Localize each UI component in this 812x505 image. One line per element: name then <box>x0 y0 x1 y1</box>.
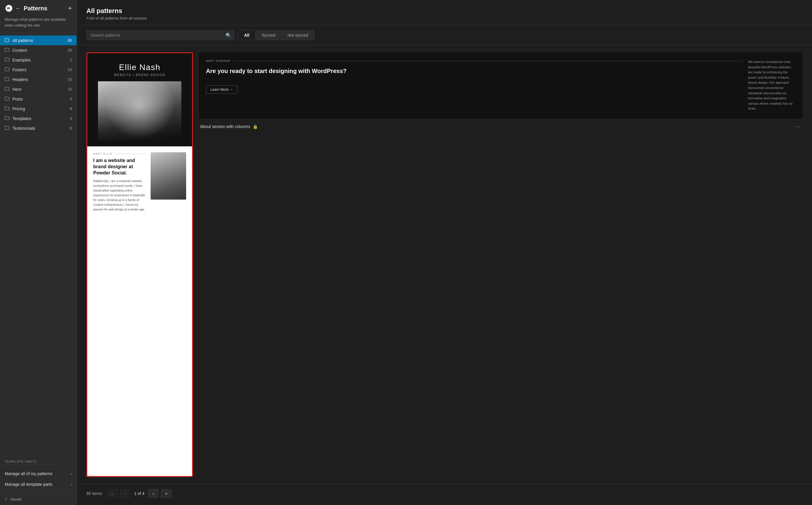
sidebar-item-content[interactable]: Content 20 <box>0 45 77 55</box>
sidebar-link-manage-all-template-parts[interactable]: Manage all template parts › <box>0 479 77 490</box>
pattern-preview-top: Ellie Nash WEBSITE • BRAND DESIGN <box>87 53 192 146</box>
sidebar-description: Manage what patterns are available when … <box>0 14 77 33</box>
card-preview[interactable]: MEET POWDER Are you ready to start desig… <box>199 52 803 119</box>
page-title: All patterns <box>86 7 803 15</box>
sidebar-item-testimonials[interactable]: Testimonials 6 <box>0 123 77 133</box>
search-icon-button[interactable]: 🔍 <box>226 32 231 38</box>
sidebar-item-posts[interactable]: Posts 3 <box>0 94 77 104</box>
prev-page-button[interactable]: ‹ <box>120 489 130 498</box>
folder-icon <box>5 67 9 72</box>
pattern-hero-image <box>98 81 182 140</box>
nav-item-count: 6 <box>70 126 72 130</box>
saved-label: Saved <box>10 497 21 501</box>
card-label: About section with columns 🔒 <box>200 124 258 129</box>
card-preview-text: MEET POWDER Are you ready to start desig… <box>206 59 742 94</box>
chevron-right-icon: › <box>71 471 72 476</box>
preview-bottom-text: MEET ELLIE I am a website and brand desi… <box>93 152 146 470</box>
nav-item-count: 20 <box>68 48 72 52</box>
filter-tab-all[interactable]: All <box>238 30 256 40</box>
folder-icon <box>5 48 9 53</box>
main-header: All patterns A list of all patterns from… <box>77 0 812 25</box>
patterns-title: Patterns <box>24 5 47 12</box>
main-content: All patterns A list of all patterns from… <box>77 0 812 505</box>
nav-item-label: Content <box>12 48 65 53</box>
folder-icon <box>5 126 9 131</box>
search-input[interactable] <box>86 30 234 40</box>
sidebar-bottom-links: Manage all of my patterns › Manage all t… <box>0 465 77 493</box>
folder-icon <box>5 97 9 102</box>
toolbar: 🔍 AllSyncedNot synced <box>77 25 812 45</box>
sidebar-item-examples[interactable]: Examples 2 <box>0 55 77 65</box>
meet-ellie-label: MEET ELLIE <box>93 152 146 155</box>
sidebar-item-footers[interactable]: Footers 14 <box>0 65 77 74</box>
nav-item-label: Examples <box>12 58 67 62</box>
folder-icon <box>5 57 9 62</box>
sidebar-link-label: Manage all of my patterns <box>5 471 52 476</box>
nav-item-label: Posts <box>12 97 67 102</box>
sidebar-link-manage-all-of-my-patterns[interactable]: Manage all of my patterns › <box>0 468 77 479</box>
learn-more-button[interactable]: Learn More → <box>206 86 238 94</box>
last-page-button[interactable]: » <box>161 489 171 498</box>
sidebar-item-hero[interactable]: Hero 12 <box>0 84 77 94</box>
fashion-image <box>98 81 182 140</box>
nav-item-label: All patterns <box>12 38 65 43</box>
preview-body-text: Additionally, I am a masterful website e… <box>93 179 146 212</box>
sidebar-header-left: W ← Patterns <box>5 4 47 12</box>
card-footer: About section with columns 🔒 ⋯ <box>199 121 803 132</box>
nav-item-count: 3 <box>70 97 72 101</box>
folder-icon <box>5 38 9 43</box>
sidebar-item-templates[interactable]: Templates 4 <box>0 114 77 123</box>
nav-item-count: 2 <box>70 58 72 62</box>
pattern-card-ellie-nash[interactable]: Ellie Nash WEBSITE • BRAND DESIGN MEET E… <box>86 52 193 477</box>
folder-icon <box>5 77 9 82</box>
content-area: Ellie Nash WEBSITE • BRAND DESIGN MEET E… <box>77 45 812 484</box>
template-parts-label: TEMPLATE PARTS <box>0 457 77 465</box>
filter-tab-synced[interactable]: Synced <box>256 30 282 40</box>
filter-tab-not-synced[interactable]: Not synced <box>282 30 314 40</box>
folder-icon <box>5 87 9 92</box>
page-info: 1 of 4 <box>133 491 146 496</box>
nav-item-label: Pricing <box>12 107 67 111</box>
page-subtitle: A list of all patterns from all sources <box>86 16 803 20</box>
nav-item-count: 80 <box>68 38 72 42</box>
pagination: 80 items « ‹ 1 of 4 › » <box>77 484 812 505</box>
nav-item-count: 14 <box>68 67 72 72</box>
pattern-name: Ellie Nash <box>119 63 160 72</box>
nav-item-label: Footers <box>12 67 65 72</box>
sidebar-item-all-patterns[interactable]: All patterns 80 <box>0 35 77 45</box>
pattern-card-about-section: MEET POWDER Are you ready to start desig… <box>199 52 803 477</box>
lock-icon: 🔒 <box>253 124 258 129</box>
card-heading: Are you ready to start designing with Wo… <box>206 67 742 75</box>
nav-item-count: 8 <box>70 107 72 111</box>
back-button[interactable]: W ← <box>5 4 21 12</box>
pattern-preview-bottom: MEET ELLIE I am a website and brand desi… <box>87 146 192 476</box>
preview-heading: I am a website and brand designer at Pow… <box>93 158 146 176</box>
add-pattern-button[interactable]: + <box>68 4 72 12</box>
next-page-button[interactable]: › <box>148 489 158 498</box>
card-more-button[interactable]: ⋯ <box>794 123 801 130</box>
svg-text:W: W <box>7 6 10 10</box>
nav-item-label: Templates <box>12 116 67 121</box>
preview-side-image <box>151 152 186 200</box>
sidebar-top-bar: W ← Patterns + <box>0 0 77 14</box>
sidebar-item-pricing[interactable]: Pricing 8 <box>0 104 77 114</box>
nav-item-count: 10 <box>68 77 72 81</box>
sidebar-link-label: Manage all template parts <box>5 482 52 487</box>
sidebar: W ← Patterns + Manage what patterns are … <box>0 0 77 505</box>
pattern-brand-subtitle: WEBSITE • BRAND DESIGN <box>114 73 165 76</box>
search-container: 🔍 <box>86 30 234 40</box>
folder-icon <box>5 116 9 121</box>
wordpress-logo: W <box>5 4 13 12</box>
nav-item-count: 12 <box>68 87 72 92</box>
nav-item-label: Hero <box>12 87 65 92</box>
nav-item-count: 4 <box>70 116 72 121</box>
checkmark-icon: ✓ <box>5 497 8 501</box>
search-icon: 🔍 <box>226 33 231 38</box>
filter-tabs: AllSyncedNot synced <box>238 30 315 40</box>
nav-item-label: Headers <box>12 77 65 82</box>
nav-item-label: Testimonials <box>12 126 67 131</box>
meet-powder-label: MEET POWDER <box>206 59 742 62</box>
sidebar-item-headers[interactable]: Headers 10 <box>0 74 77 84</box>
first-page-button[interactable]: « <box>107 489 117 498</box>
about-section-label: About section with columns <box>200 124 250 129</box>
